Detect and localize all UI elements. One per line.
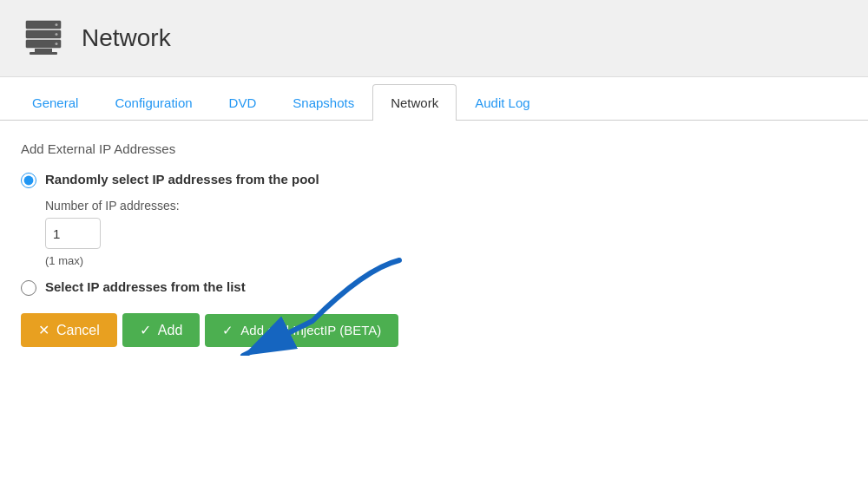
add-inject-check-icon: ✓ (222, 323, 233, 338)
add-inject-label: Add and InjectIP (BETA) (240, 323, 381, 337)
tab-configuration[interactable]: Configuration (96, 84, 210, 121)
radio-option-list: Select IP addresses from the list (21, 279, 847, 296)
ip-count-section: Number of IP addresses: (1 max) (45, 199, 847, 267)
svg-point-7 (56, 43, 58, 45)
add-check-icon: ✓ (140, 322, 151, 338)
add-label: Add (158, 323, 182, 338)
radio-random[interactable] (21, 173, 36, 188)
page-title: Network (82, 24, 171, 52)
ip-count-label: Number of IP addresses: (45, 199, 847, 213)
main-content: Add External IP Addresses Randomly selec… (0, 121, 868, 368)
svg-point-6 (56, 33, 58, 36)
svg-rect-3 (35, 49, 52, 52)
svg-rect-4 (30, 52, 57, 55)
ip-count-max: (1 max) (45, 254, 847, 267)
header: Network (0, 0, 868, 77)
add-inject-button[interactable]: ✓ Add and InjectIP (BETA) (205, 314, 398, 347)
svg-point-5 (56, 23, 58, 26)
cancel-label: Cancel (56, 323, 100, 338)
tab-dvd[interactable]: DVD (211, 84, 275, 121)
section-title: Add External IP Addresses (21, 141, 847, 156)
radio-list[interactable] (21, 280, 36, 296)
tab-general[interactable]: General (14, 84, 96, 121)
radio-option-random: Randomly select IP addresses from the po… (21, 172, 847, 188)
cancel-button[interactable]: ✕ Cancel (21, 313, 117, 347)
add-button[interactable]: ✓ Add (122, 313, 200, 347)
tab-audit-log[interactable]: Audit Log (457, 84, 548, 121)
radio-random-label: Randomly select IP addresses from the po… (45, 172, 319, 187)
cancel-icon: ✕ (38, 322, 49, 338)
radio-list-label: Select IP addresses from the list (45, 279, 246, 294)
tab-network[interactable]: Network (372, 84, 457, 121)
buttons-row: ✕ Cancel ✓ Add ✓ Add and InjectIP (BETA) (21, 313, 847, 347)
tabs-container: General Configuration DVD Snapshots Netw… (0, 84, 868, 121)
server-icon (21, 16, 66, 61)
tab-snapshots[interactable]: Snapshots (274, 84, 372, 121)
ip-count-input[interactable] (45, 218, 101, 249)
